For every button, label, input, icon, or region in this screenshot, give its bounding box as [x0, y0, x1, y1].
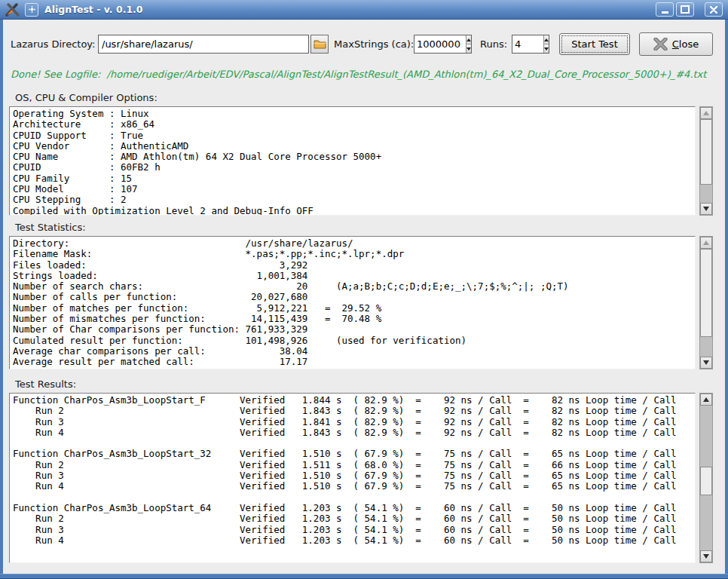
- up-arrow-icon: [703, 397, 709, 402]
- down-arrow-icon: [703, 360, 709, 365]
- down-arrow-icon: [466, 47, 471, 51]
- scroll-down-button[interactable]: [700, 203, 712, 215]
- maximize-icon: [681, 5, 690, 14]
- browse-folder-button[interactable]: [310, 35, 329, 54]
- scroll-up-button[interactable]: [700, 107, 712, 119]
- folder-icon: [314, 39, 326, 49]
- test-statistics-box[interactable]: Directory: /usr/share/lazarus/ Filename …: [9, 236, 696, 369]
- scroll-up-button[interactable]: [700, 394, 712, 406]
- up-arrow-icon: [703, 111, 709, 115]
- minimize-button[interactable]: [656, 2, 674, 17]
- close-icon: [710, 6, 717, 14]
- results-box-scrollbar[interactable]: [699, 393, 713, 563]
- window-border-left: [0, 20, 3, 579]
- maxstrings-spinedit: [414, 35, 472, 54]
- maxstrings-input[interactable]: [414, 35, 466, 53]
- titlebar[interactable]: AlignTest - v. 0.1.0: [0, 0, 728, 20]
- start-test-label: Start Test: [571, 38, 618, 50]
- maxstrings-spin-buttons: [466, 35, 471, 53]
- up-arrow-icon: [466, 38, 471, 41]
- status-logfile-text: Done! See Logfile: /home/ruediger/Arbeit…: [11, 69, 706, 80]
- scroll-track[interactable]: [700, 119, 712, 203]
- test-statistics-text: Directory: /usr/share/lazarus/ Filename …: [10, 237, 695, 368]
- window-border-right: [725, 20, 728, 579]
- down-arrow-icon: [703, 207, 709, 211]
- lazarus-directory-label: Lazarus Directoy:: [11, 38, 96, 50]
- stats-section-label: Test Statistics:: [15, 222, 86, 233]
- lazarus-directory-input[interactable]: [98, 35, 309, 54]
- window-title: AlignTest - v. 0.1.0: [44, 4, 143, 15]
- test-results-box[interactable]: Function CharPos_Asm3b_LoopStart_F Verif…: [9, 393, 696, 563]
- results-section-label: Test Results:: [15, 378, 76, 390]
- scroll-down-button[interactable]: [700, 550, 712, 562]
- close-button[interactable]: Close: [639, 32, 713, 56]
- scroll-up-button[interactable]: [700, 237, 712, 249]
- app-icon: [5, 3, 20, 17]
- scroll-thumb[interactable]: [700, 467, 712, 495]
- maxstrings-label: MaxStrings (ca):: [334, 38, 414, 50]
- close-x-icon: [653, 38, 668, 51]
- os-section-label: OS, CPU & Compiler Options:: [15, 92, 158, 103]
- runs-label: Runs:: [480, 38, 507, 50]
- runs-spinedit: [512, 35, 549, 54]
- runs-down-button[interactable]: [544, 44, 549, 53]
- app-window: AlignTest - v. 0.1.0 Lazarus Directoy: M…: [0, 0, 728, 579]
- os-info-text: Operating System : Linux Architecture : …: [10, 107, 695, 216]
- close-window-button[interactable]: [705, 2, 723, 17]
- test-results-text: Function CharPos_Asm3b_LoopStart_F Verif…: [10, 394, 695, 546]
- runs-input[interactable]: [512, 35, 543, 53]
- maxstrings-up-button[interactable]: [466, 35, 471, 44]
- os-info-box[interactable]: Operating System : Linux Architecture : …: [9, 106, 696, 216]
- start-test-button[interactable]: Start Test: [559, 33, 630, 55]
- window-menu-icon[interactable]: [25, 3, 38, 17]
- runs-up-button[interactable]: [544, 35, 549, 44]
- os-box-scrollbar[interactable]: [699, 106, 713, 216]
- runs-spin-buttons: [543, 35, 549, 53]
- window-controls: [656, 2, 723, 17]
- scroll-track[interactable]: [700, 406, 712, 550]
- stats-box-scrollbar[interactable]: [699, 236, 713, 369]
- scroll-thumb[interactable]: [700, 119, 712, 185]
- down-arrow-icon: [544, 47, 549, 51]
- scroll-track[interactable]: [700, 249, 712, 357]
- maximize-button[interactable]: [676, 2, 694, 17]
- maxstrings-down-button[interactable]: [466, 44, 471, 53]
- scroll-down-button[interactable]: [700, 357, 712, 369]
- scroll-thumb[interactable]: [700, 249, 712, 337]
- up-arrow-icon: [703, 240, 709, 245]
- up-arrow-icon: [544, 38, 549, 41]
- down-arrow-icon: [703, 554, 709, 559]
- minimize-icon: [662, 11, 668, 14]
- window-border-bottom: [0, 574, 728, 579]
- close-button-label: Close: [672, 38, 699, 50]
